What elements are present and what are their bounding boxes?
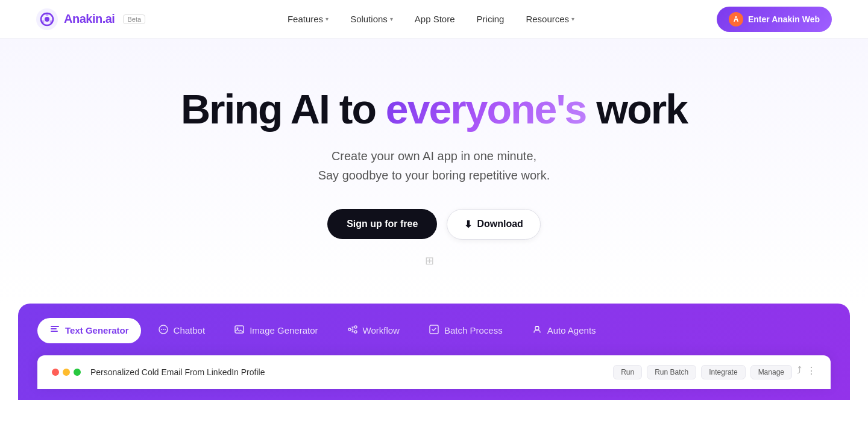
svg-point-2 [45, 17, 49, 22]
platform-icons: ⊞ [425, 254, 444, 267]
maximize-dot [74, 369, 81, 376]
hero-subtitle: Create your own AI app in one minute, Sa… [318, 146, 550, 185]
demo-tabs: Text Generator Chatbot Imag [37, 318, 831, 343]
nav-appstore[interactable]: App Store [415, 14, 455, 24]
logo-icon [36, 8, 58, 30]
integrate-button[interactable]: Integrate [701, 365, 745, 379]
download-icon: ⬇ [464, 219, 472, 230]
svg-point-5 [42, 20, 45, 23]
window-title: Personalized Cold Email From LinkedIn Pr… [90, 367, 265, 377]
svg-point-3 [46, 13, 49, 16]
tab-batch-process[interactable]: Batch Process [417, 318, 515, 343]
image-generator-icon [234, 324, 245, 337]
hero-section: Bring AI to everyone's work Create your … [0, 39, 868, 304]
demo-section: Text Generator Chatbot Imag [18, 304, 850, 400]
windows-icon: ⊞ [425, 254, 434, 267]
demo-window: Personalized Cold Email From LinkedIn Pr… [37, 355, 831, 389]
run-button[interactable]: Run [613, 365, 642, 379]
nav-solutions[interactable]: Solutions ▾ [350, 14, 393, 24]
svg-point-14 [237, 327, 239, 329]
auto-agents-icon [532, 324, 542, 337]
svg-point-17 [354, 331, 357, 333]
tab-chatbot[interactable]: Chatbot [146, 318, 218, 343]
beta-badge: Beta [123, 14, 145, 24]
svg-rect-6 [51, 326, 59, 327]
svg-point-16 [354, 326, 357, 328]
run-batch-button[interactable]: Run Batch [647, 365, 696, 379]
close-dot [52, 369, 59, 376]
batch-process-icon [429, 324, 439, 337]
nav-right: A Enter Anakin Web [717, 7, 832, 32]
minimize-dot [63, 369, 70, 376]
tab-workflow[interactable]: Workflow [335, 318, 412, 343]
download-button[interactable]: ⬇ Download [447, 209, 540, 240]
avatar: A [729, 12, 743, 26]
manage-button[interactable]: Manage [750, 365, 792, 379]
svg-rect-13 [235, 326, 244, 333]
svg-point-4 [50, 20, 53, 23]
chevron-down-icon: ▾ [390, 16, 393, 22]
svg-rect-8 [51, 331, 58, 332]
share-icon[interactable]: ⤴ [797, 365, 802, 379]
svg-point-12 [165, 329, 166, 330]
text-generator-icon [49, 324, 60, 337]
window-action-buttons: Run Run Batch Integrate Manage ⤴ ⋮ [613, 365, 816, 379]
nav-menu: Features ▾ Solutions ▾ App Store Pricing… [288, 14, 574, 24]
tab-image-generator[interactable]: Image Generator [222, 318, 330, 343]
svg-point-11 [163, 329, 164, 330]
tab-auto-agents[interactable]: Auto Agents [520, 318, 608, 343]
cta-buttons: Sign up for free ⬇ Download [327, 209, 541, 240]
hero-title: Bring AI to everyone's work [181, 87, 687, 132]
svg-point-15 [348, 328, 351, 331]
nav-logo-area: Anakin.ai Beta [36, 8, 145, 30]
navbar: Anakin.ai Beta Features ▾ Solutions ▾ Ap… [0, 0, 868, 39]
logo-text: Anakin.ai [64, 12, 115, 26]
svg-rect-20 [535, 326, 539, 327]
enter-web-button[interactable]: A Enter Anakin Web [717, 7, 832, 32]
svg-point-10 [161, 329, 162, 330]
chatbot-icon [158, 324, 169, 337]
svg-rect-7 [51, 328, 57, 329]
more-options-icon[interactable]: ⋮ [807, 365, 816, 379]
nav-features[interactable]: Features ▾ [288, 14, 329, 24]
workflow-icon [347, 324, 358, 337]
chevron-down-icon: ▾ [571, 16, 574, 22]
nav-resources[interactable]: Resources ▾ [526, 14, 574, 24]
window-controls [52, 369, 81, 376]
chevron-down-icon: ▾ [326, 16, 329, 22]
nav-pricing[interactable]: Pricing [477, 14, 505, 24]
signup-button[interactable]: Sign up for free [327, 209, 437, 239]
tab-text-generator[interactable]: Text Generator [37, 318, 141, 343]
